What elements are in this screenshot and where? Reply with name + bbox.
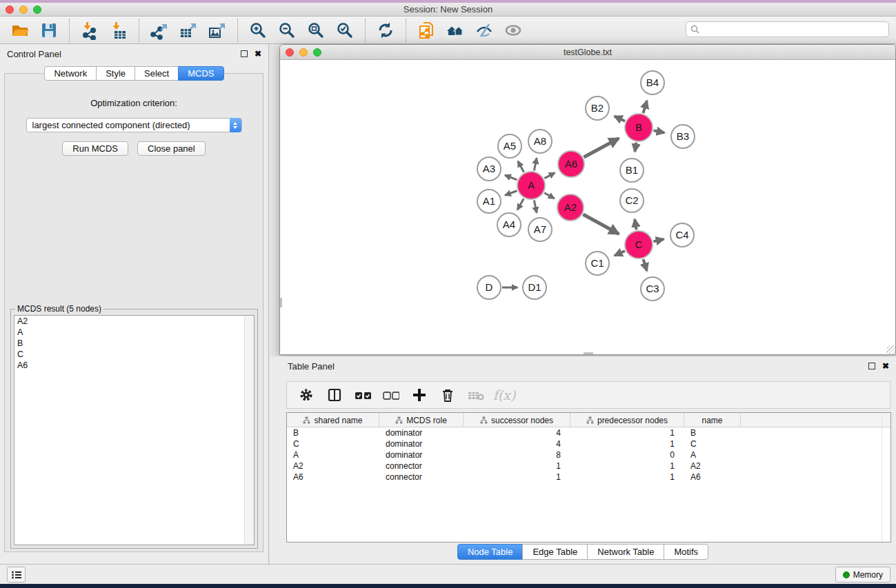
show-task-history-button[interactable] [7,567,26,582]
zoom-selected-button[interactable] [335,20,355,41]
table-cell[interactable]: C [684,438,741,449]
table-row[interactable]: Bdominator41B [287,427,890,438]
edge-B-B1[interactable] [635,143,636,152]
table-cell[interactable]: 1 [570,472,684,483]
table-cell[interactable]: 1 [464,472,570,483]
column-header-MCDS-role[interactable]: MCDS role [379,413,464,427]
tab-network-table[interactable]: Network Table [587,544,664,560]
tab-edge-table[interactable]: Edge Table [522,544,588,560]
run-mcds-button[interactable]: Run MCDS [62,141,128,156]
table-cell[interactable]: dominator [379,427,464,438]
window-resize-grip[interactable] [886,345,895,354]
edge-A2-C[interactable] [583,214,619,234]
tab-node-table[interactable]: Node Table [457,544,524,560]
close-panel-button[interactable]: Close panel [137,141,206,156]
close-panel-icon[interactable]: ✖ [255,49,261,59]
column-header-shared-name[interactable]: shared name [287,413,379,427]
save-session-button[interactable] [39,20,59,41]
network-window-titlebar[interactable]: testGlobe.txt [280,45,895,60]
delete-table-button[interactable] [468,387,484,403]
node-table[interactable]: shared nameMCDS rolesuccessor nodesprede… [286,412,891,543]
network-from-selection-button[interactable] [416,20,437,41]
edge-A6-B[interactable] [584,139,619,157]
tab-mcds[interactable]: MCDS [178,66,223,81]
table-cell[interactable]: 1 [570,460,684,472]
edge-B-B3[interactable] [654,130,665,132]
float-table-panel-icon[interactable] [868,363,875,369]
column-header-successor-nodes[interactable]: successor nodes [464,413,570,427]
result-item[interactable]: A2 [14,316,254,327]
table-cell[interactable]: 1 [570,438,684,449]
edge-C-C1[interactable] [615,251,625,256]
refresh-button[interactable] [375,20,396,41]
network-graph[interactable]: B4B2BB3A8A5A6A3B1AA1C2A2A4A7C4CC1DD1C3 [280,60,895,354]
edge-C-C4[interactable] [653,239,664,241]
table-cell[interactable]: B [684,427,741,438]
table-cell[interactable]: connector [379,460,464,472]
select-all-rows-button[interactable] [355,387,371,403]
import-network-button[interactable] [79,20,100,41]
table-cell[interactable]: B [287,427,379,438]
edge-A-A6[interactable] [544,173,555,179]
tab-style[interactable]: Style [96,66,135,81]
open-file-button[interactable] [10,20,30,41]
edge-A-A8[interactable] [534,158,537,170]
table-cell[interactable]: dominator [379,449,464,460]
result-list-scrollbar[interactable] [244,316,254,545]
column-header-name[interactable]: name [684,413,741,427]
table-cell[interactable]: A2 [684,460,741,472]
table-cell[interactable]: A [684,449,741,460]
table-cell[interactable]: 8 [464,449,570,460]
network-canvas[interactable]: B4B2BB3A8A5A6A3B1AA1C2A2A4A7C4CC1DD1C3 [280,60,895,354]
edge-A-A1[interactable] [505,191,517,195]
show-columns-button[interactable] [326,387,343,403]
table-settings-button[interactable] [298,387,315,403]
add-column-button[interactable] [411,387,428,403]
edge-A-A4[interactable] [517,199,524,210]
result-item[interactable]: B [14,338,254,349]
result-item[interactable]: C [14,349,254,360]
edge-A-A7[interactable] [534,201,537,213]
table-row[interactable]: A2connector11A2 [287,460,890,472]
import-table-button[interactable] [108,20,129,41]
table-cell[interactable]: 0 [570,449,684,460]
table-cell[interactable]: A6 [287,472,379,483]
edge-B-B4[interactable] [643,101,646,113]
memory-button[interactable]: Memory [835,567,890,582]
mcds-result-list[interactable]: A2ABCA6 [14,315,255,545]
edge-B-B2[interactable] [615,116,625,121]
zoom-out-button[interactable] [277,20,297,41]
tab-select[interactable]: Select [135,66,179,81]
table-cell[interactable]: C [287,438,379,449]
optimization-criterion-select[interactable]: largest connected component (directed) [26,118,242,132]
canvas-vertical-scrollbar[interactable] [280,298,282,307]
zoom-in-button[interactable] [248,20,268,41]
first-neighbors-button[interactable] [445,20,466,41]
column-header-predecessor-nodes[interactable]: predecessor nodes [570,413,684,427]
deselect-all-rows-button[interactable] [383,387,399,403]
float-panel-icon[interactable] [241,50,248,57]
edge-A-A2[interactable] [544,193,554,199]
export-image-button[interactable] [207,20,228,41]
result-item[interactable]: A6 [14,360,254,371]
table-cell[interactable]: connector [379,472,464,483]
zoom-fit-button[interactable] [306,20,326,41]
canvas-horizontal-scrollbar[interactable] [584,352,593,354]
close-table-panel-icon[interactable]: ✖ [882,361,889,371]
show-all-button[interactable] [503,20,524,41]
table-cell[interactable]: A6 [684,472,741,483]
edge-C-C2[interactable] [635,219,636,230]
table-row[interactable]: Cdominator41C [287,438,890,449]
export-table-button[interactable] [178,20,199,41]
search-input[interactable] [702,25,888,34]
tab-network[interactable]: Network [44,66,97,81]
edge-C-C3[interactable] [644,259,647,271]
table-cell[interactable]: A2 [287,460,379,472]
table-cell[interactable]: 1 [570,427,684,438]
hide-selected-button[interactable] [474,20,495,41]
table-cell[interactable]: 1 [464,460,570,472]
tab-motifs[interactable]: Motifs [664,544,708,560]
table-cell[interactable]: 4 [464,427,570,438]
function-builder-button[interactable]: f(x) [496,387,512,403]
result-item[interactable]: A [14,327,254,338]
